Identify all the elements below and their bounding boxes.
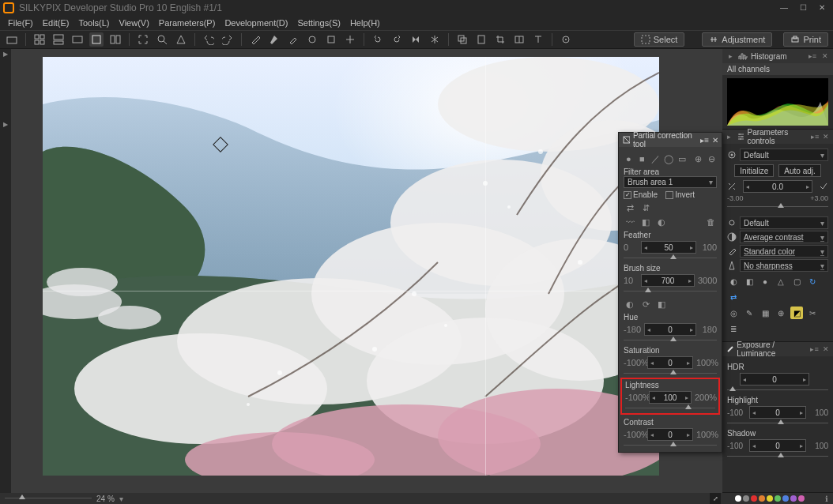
redo-icon[interactable]	[220, 32, 235, 47]
rotate-right-icon[interactable]	[390, 32, 404, 47]
partial-correction-panel[interactable]: Partial correction tool ▸≡ ✕ ● ■ ／ ◯ ▭ ⊕…	[618, 132, 722, 453]
image-canvas[interactable]	[11, 49, 722, 493]
color-dropdown[interactable]: Standard color▾	[740, 245, 828, 258]
sharpness-dropdown[interactable]: No sharpness▾	[740, 259, 828, 272]
open-folder-icon[interactable]	[5, 32, 19, 47]
close-icon[interactable]: ✕	[822, 344, 830, 354]
erase-icon[interactable]: ◧	[639, 216, 652, 228]
info-icon[interactable]: ℹ	[825, 495, 828, 503]
refresh-icon[interactable]: ↻	[806, 275, 819, 288]
invert-checkbox[interactable]: Invert	[665, 190, 695, 199]
taste-marker-dots[interactable]	[735, 495, 805, 502]
exposure-slider[interactable]	[727, 205, 828, 209]
contrast-spinbox[interactable]: ◂0▸	[647, 428, 693, 441]
square-shape-icon[interactable]: ■	[637, 153, 647, 164]
undo-icon[interactable]	[202, 32, 216, 47]
fit-window-icon[interactable]: ⤢	[710, 493, 721, 504]
tool-4-icon[interactable]	[305, 32, 319, 47]
shadow-slider[interactable]	[727, 454, 828, 459]
mask-icon[interactable]: ◐	[655, 216, 668, 228]
lightness-spinbox[interactable]: ◂100▸	[649, 391, 692, 404]
ellipse-shape-icon[interactable]: ◯	[664, 153, 674, 164]
menu-tools[interactable]: Tools(L)	[74, 17, 114, 28]
select-mode-button[interactable]: Select	[634, 32, 685, 47]
wb-icon[interactable]: ◐	[727, 275, 740, 288]
feather-spinbox[interactable]: ◂50▸	[641, 241, 696, 254]
saturation-slider[interactable]	[624, 371, 717, 376]
hue-spinbox[interactable]: ◂0▸	[644, 323, 696, 336]
tool-3-icon[interactable]	[286, 32, 300, 47]
brush-slider[interactable]	[624, 289, 717, 294]
pin-icon[interactable]: ▸≡	[700, 136, 709, 145]
hdr-slider[interactable]	[727, 388, 828, 393]
maximize-button[interactable]: ☐	[795, 2, 811, 14]
auto-exposure-icon[interactable]	[819, 182, 828, 191]
spot-icon[interactable]	[559, 32, 573, 47]
menu-settings[interactable]: Settings(S)	[292, 17, 345, 28]
highlight-slider[interactable]	[727, 421, 828, 426]
preset-dropdown[interactable]: Default▾	[740, 149, 828, 161]
close-button[interactable]: ✕	[814, 2, 830, 14]
trash-icon[interactable]: 🗑	[704, 216, 717, 228]
row-view-icon[interactable]	[70, 32, 85, 47]
print-button[interactable]: Print	[783, 32, 828, 47]
tone-icon[interactable]: ◧	[743, 275, 756, 288]
channels-label[interactable]: All channels	[722, 63, 833, 75]
copy-icon[interactable]	[455, 32, 469, 47]
auto-adjust-button[interactable]: Auto adj.	[778, 164, 820, 177]
pict-style-dropdown[interactable]: Default▾	[740, 216, 828, 229]
sphere-icon[interactable]: ●	[759, 275, 771, 288]
highlight-spinbox[interactable]: ◂0▸	[749, 406, 806, 419]
menu-view[interactable]: View(V)	[115, 17, 154, 28]
menu-development[interactable]: Development(D)	[220, 17, 292, 28]
wand-icon[interactable]: ✎	[743, 307, 756, 319]
preview-view-icon[interactable]	[89, 32, 104, 47]
remove-area-icon[interactable]: ⊖	[707, 153, 717, 164]
exposure-spinbox[interactable]: ◂0.0▸	[743, 180, 812, 193]
crop-icon[interactable]: ✂	[806, 307, 819, 319]
swap-icon[interactable]: ⇄	[727, 291, 740, 303]
contrast-dropdown[interactable]: Average contrast▾	[740, 231, 828, 243]
fit-screen-icon[interactable]	[136, 32, 150, 47]
enable-checkbox[interactable]: ✓Enable	[624, 190, 658, 199]
close-icon[interactable]: ✕	[820, 51, 830, 61]
initialize-button[interactable]: Initialize	[734, 164, 774, 177]
zoom-icon[interactable]	[155, 32, 169, 47]
mode-c-icon[interactable]: ◧	[655, 299, 668, 310]
warning-icon[interactable]	[174, 32, 188, 47]
saturation-spinbox[interactable]: ◂0▸	[647, 356, 693, 369]
zoom-dropdown-icon[interactable]: ▾	[119, 495, 123, 503]
brush-shape-icon[interactable]: ／	[650, 153, 661, 164]
rotate-left-icon[interactable]	[371, 32, 385, 47]
tool-1-icon[interactable]	[248, 32, 262, 47]
partial-correction-icon[interactable]: ◩	[790, 307, 803, 319]
hdr-spinbox[interactable]: ◂0▸	[740, 373, 809, 386]
mode-b-icon[interactable]: ⟳	[639, 299, 652, 310]
filter-area-dropdown[interactable]: Brush area 1▾	[624, 176, 717, 188]
square-icon[interactable]: ▢	[790, 275, 803, 288]
combo-view-icon[interactable]	[51, 32, 66, 47]
pin-icon[interactable]: ▸≡	[810, 344, 818, 354]
circle-shape-icon[interactable]: ●	[624, 153, 634, 164]
minimize-button[interactable]: —	[776, 2, 792, 14]
gear-icon[interactable]	[727, 150, 737, 160]
pin-icon[interactable]: ▸≡	[808, 51, 817, 61]
menu-file[interactable]: File(F)	[3, 17, 38, 28]
curve-icon[interactable]: 〰	[624, 216, 636, 228]
target-icon[interactable]: ⊕	[775, 307, 787, 319]
menu-help[interactable]: Help(H)	[345, 17, 385, 28]
close-icon[interactable]: ✕	[822, 132, 830, 141]
tool-5-icon[interactable]	[324, 32, 338, 47]
compare-icon[interactable]	[512, 32, 526, 47]
layers-icon[interactable]: ≣	[727, 322, 740, 335]
tool-2-icon[interactable]	[267, 32, 281, 47]
chevron-right-icon[interactable]: ▸	[726, 51, 735, 61]
contrast-slider[interactable]	[624, 443, 717, 448]
text-icon[interactable]	[531, 32, 545, 47]
r1-icon[interactable]: ⇄	[624, 202, 636, 213]
rect-shape-icon[interactable]: ▭	[677, 153, 687, 164]
panel-expand-icon[interactable]: ▶	[3, 121, 8, 128]
menu-parameters[interactable]: Parameters(P)	[154, 17, 220, 28]
feather-slider[interactable]	[624, 256, 717, 261]
close-icon[interactable]: ✕	[712, 136, 718, 145]
